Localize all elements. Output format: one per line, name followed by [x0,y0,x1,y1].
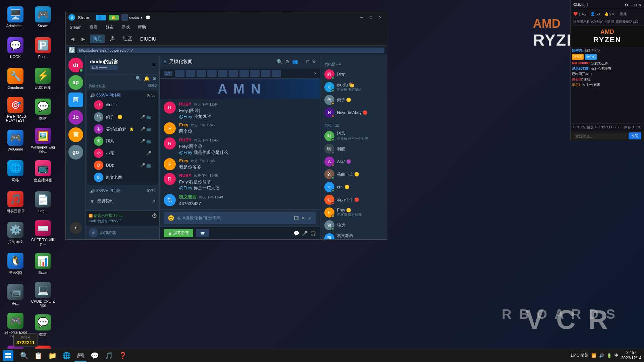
pinned-item-2[interactable] [186,70,195,77]
user-xiaohua[interactable]: 小 小花 🎤 [90,147,155,159]
icon-cpuid[interactable]: 💻 CPUID CPU-Z MSI [30,280,56,310]
taskbar-edge-btn[interactable]: 🌐 [60,350,73,362]
user-afeng[interactable]: 阿 阿风 🎤 📺 [90,135,155,147]
icon-wallpaper[interactable]: 🖼️ Wallpaper Engine... [30,125,56,156]
steam-activity-btn[interactable]: 🔔 [109,15,119,20]
user-diudiu[interactable]: d diudiu [90,99,155,111]
taskbar-volume-icon[interactable]: 🔊 [599,353,604,358]
steam-friends-btn[interactable]: 👥 [96,15,106,20]
taskbar-search-btn[interactable]: 🔍 [17,350,31,362]
steam-user[interactable]: diudiu ▾ [121,14,143,21]
widget-minimize-icon[interactable]: ─ [630,3,633,7]
channel-settings-icon[interactable]: ⚙ [152,76,157,81]
chat-maximize-icon[interactable]: □ [307,59,309,64]
chat-search-icon[interactable]: 🔍 [277,59,282,64]
member-anu[interactable]: 阿 阿女 [320,68,387,81]
taskbar-chat-btn[interactable]: 💬 [88,350,101,362]
steam-window-controls[interactable]: ─ □ ✕ [358,14,384,21]
member-cris[interactable]: c cris 🟡 [320,181,387,193]
taskbar-steam-taskbar-btn[interactable]: 🎮 [74,350,87,362]
screenshare-btn[interactable]: 🖥 屏幕分享 [164,229,193,237]
icon-admin[interactable]: 🖥️ Administr... [2,2,29,32]
address-input[interactable] [77,48,384,53]
gif-icon[interactable]: 🎞 [294,216,299,221]
group-avatar-jo[interactable]: Jo [68,110,83,125]
steam-notification-btns[interactable]: 👥 🔔 diudiu ▾ 💬 [96,14,151,21]
pinned-item-3[interactable] [197,70,206,77]
icon-log[interactable]: 📄 Log... [30,187,56,217]
pinned-item-4[interactable] [207,70,217,77]
taskbar-lang[interactable]: 中 [614,353,619,358]
member-cangbai[interactable]: 苍 苍白下土 🟡 [320,168,387,181]
group-avatar-a[interactable]: 阿 [68,93,83,107]
chat-input-box[interactable]: 😊 在 #男模化妆间 发消息 🎞 ✕ ⤢ [164,212,316,224]
member-langyuan[interactable]: 狼 狼远 [320,219,387,232]
pinned-arrow-icon[interactable]: › [314,70,316,76]
icon-zhibo[interactable]: 📺 鱼直播伴侣 [30,156,56,186]
widget-settings-icon[interactable]: ⚙ [625,3,629,7]
icon-wegame[interactable]: 🎮 WeGame [2,125,29,156]
invite-btn[interactable]: 📨 [196,229,209,237]
taskbar-music-btn[interactable]: 🎵 [102,350,115,362]
taskbar-widgets-btn[interactable]: 📋 [32,350,45,362]
member-alo7[interactable]: A Alo7 🟣 [320,155,387,168]
icon-163[interactable]: 🎵 网易云音乐 [2,187,29,217]
nav-tab-store[interactable]: 商店 [90,35,105,43]
taskbar-unknown-btn[interactable]: ❓ [116,350,129,362]
member-axing[interactable]: 啊 啊醒 [320,142,387,155]
icon-steam[interactable]: 🎮 Steam [30,2,56,32]
nav-tab-diudiu[interactable]: DIUDIU [138,35,159,43]
group-avatar-go[interactable]: go [68,145,83,160]
icon-weixin-desktop[interactable]: 💬 微信 [30,95,56,125]
expand-icon[interactable]: ⤢ [308,216,312,221]
chat-input-placeholder[interactable]: 在 #男模化妆间 发消息 [177,215,291,221]
steam-minimize-btn[interactable]: ─ [358,14,366,21]
chat-close-icon[interactable]: ✕ [312,59,316,64]
pinned-item-6[interactable] [229,70,238,77]
icon-tencent[interactable]: 🐧 腾讯QQ [2,249,29,279]
widget-btn-1[interactable]: 路密四 [572,54,584,60]
taskbar-explorer-btn[interactable]: 📁 [46,350,59,362]
channel-notify-icon[interactable]: 🔔 [144,76,150,81]
channel-menu-icon[interactable]: ≡ [152,62,155,68]
reload-icon[interactable]: 🔄 [68,47,75,53]
user-gezi[interactable]: 鸽 鸽子 🟡 🎤 📺 [90,111,155,123]
pinned-item-10[interactable] [272,70,281,77]
steam-dropdown-icon[interactable]: ▾ [141,15,143,20]
menu-help[interactable]: 帮助 [137,24,147,31]
steam-close-btn[interactable]: ✕ [376,14,384,21]
member-diudiu[interactable]: d diudiu 👑 正在玩 无言契约 [320,81,387,94]
chat-minimize-icon[interactable]: ─ [301,59,304,64]
channel-888-header[interactable]: 🔊 888VVIPbǎ厢 00/50 [90,187,155,194]
start-btn[interactable] [3,350,13,361]
icon-2modman[interactable]: 🔧 r2modman [2,64,29,94]
widget-controls[interactable]: ⚙ ─ □ ✕ [625,3,641,7]
member-afeng-panel[interactable]: 阿 阿风 正在玩 还不一个月亮 [320,129,387,142]
member-kaiwenlaox-panel[interactable]: 凯 凯文老西 正在听 过去的事2022 [320,232,387,239]
widget-close-icon[interactable]: ✕ [638,3,641,7]
icon-finals[interactable]: 🎯 THE FINALS PLAYTEST [2,95,29,125]
icon-cherry[interactable]: ⌨️ CHERRY Utility ... [30,218,56,248]
chat-members-icon[interactable]: 👥 [292,59,298,64]
widget-chat-input[interactable] [573,133,627,139]
nav-tab-library[interactable]: 库 [107,35,117,43]
mic-icon[interactable]: 🎤 [302,231,308,236]
icon-uu[interactable]: ⚡ UU加速器 [30,64,56,94]
icon-control[interactable]: ⚙️ 控制面板 [2,218,29,248]
emoji-icon[interactable]: 😊 [168,215,174,221]
channel-search-icon[interactable]: 🔍 [136,76,141,81]
group-avatar-ap[interactable]: ap [68,75,83,90]
taskbar-network-icon[interactable]: 📶 [591,353,596,358]
member-gezi-panel[interactable]: 鸽 鸽子 🟡 [320,94,387,106]
menu-steam[interactable]: Steam [68,24,83,31]
voice-feedback-icon[interactable]: 💬 [293,231,299,236]
voice-power-icon[interactable]: ⏻ [152,213,157,218]
nav-back-btn[interactable]: ◀ [68,35,76,43]
menu-friends[interactable]: 好友 [104,24,115,31]
pinned-item-9[interactable] [261,70,270,77]
member-never[interactable]: N NeverbeAbey 🔴 [320,106,387,119]
add-group-btn[interactable]: + [70,222,82,234]
icon-excel[interactable]: 📊 Excel [30,249,56,279]
widget-maximize-icon[interactable]: □ [634,3,637,7]
channel-nocontract[interactable]: ▼ 无畏契约 ↗ [86,196,159,206]
